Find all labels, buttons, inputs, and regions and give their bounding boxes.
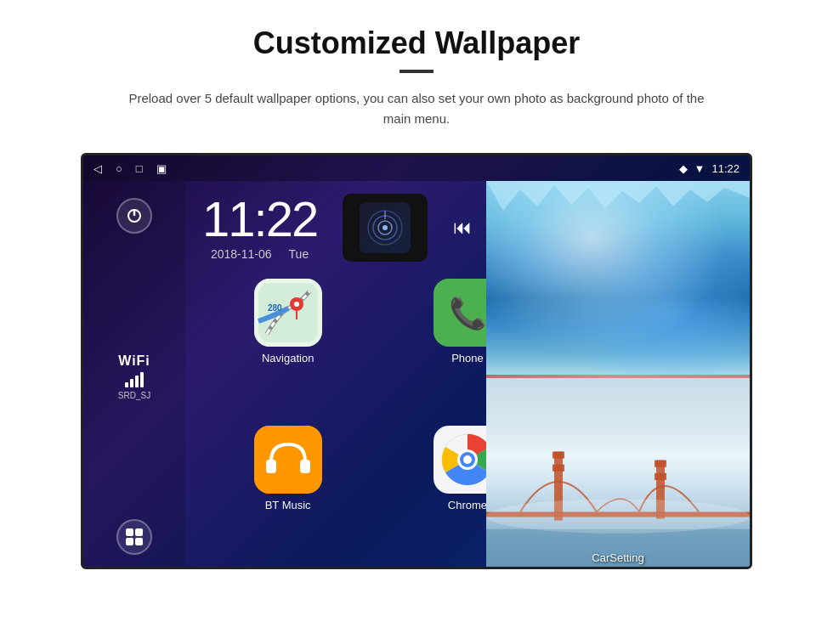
svg-point-26 <box>463 455 472 464</box>
bt-music-label: BT Music <box>265 499 311 511</box>
title-divider <box>400 70 434 73</box>
prev-track-button[interactable]: ⏮ <box>453 217 472 239</box>
apps-button[interactable] <box>116 519 152 555</box>
clock-day-value: Tue <box>289 247 309 261</box>
status-time: 11:22 <box>711 162 740 175</box>
status-left-icons: ◁ ○ □ ▣ <box>94 162 167 175</box>
screen-content: WiFi SRD_SJ <box>83 181 750 569</box>
recent-icon[interactable]: □ <box>136 162 143 175</box>
status-bar: ◁ ○ □ ▣ ◆ ▼ 11:22 <box>83 155 750 181</box>
svg-rect-37 <box>552 451 564 458</box>
carsetting-area: CarSetting <box>486 550 750 565</box>
clock-block: 11:22 2018-11-06 Tue <box>202 195 317 261</box>
wallpaper-previews: CarSetting <box>486 181 750 569</box>
power-icon <box>126 207 143 224</box>
wifi-widget: WiFi SRD_SJ <box>118 353 150 400</box>
wifi-bar-2 <box>130 379 133 387</box>
device-container: ◁ ○ □ ▣ ◆ ▼ 11:22 <box>51 153 782 569</box>
wifi-bar-3 <box>135 376 139 387</box>
stalactites-svg <box>486 181 750 215</box>
svg-text:280: 280 <box>268 303 282 313</box>
page-container: Customized Wallpaper Preload over 5 defa… <box>0 0 833 586</box>
wallpaper-ice <box>486 181 750 375</box>
svg-text:📞: 📞 <box>448 295 486 331</box>
navigation-label: Navigation <box>262 352 314 364</box>
power-button[interactable] <box>116 198 152 234</box>
app-item-bt-music[interactable]: ℬ BT Music <box>202 426 373 564</box>
phone-label: Phone <box>451 352 484 364</box>
bridge-svg <box>486 417 750 569</box>
navigation-icon: 280 <box>254 279 322 347</box>
clock-time: 11:22 <box>202 195 317 244</box>
screenshot-icon[interactable]: ▣ <box>156 162 167 175</box>
svg-point-11 <box>294 302 299 307</box>
sidebar: WiFi SRD_SJ <box>83 181 185 569</box>
svg-rect-41 <box>654 472 666 479</box>
wifi-bar-4 <box>140 372 144 387</box>
radio-widget[interactable] <box>343 194 428 262</box>
android-screen: ◁ ○ □ ▣ ◆ ▼ 11:22 <box>81 153 752 569</box>
clock-date: 2018-11-06 Tue <box>202 247 317 261</box>
grid-icon <box>126 528 143 545</box>
wifi-bars <box>118 372 150 387</box>
radio-icon <box>360 202 411 253</box>
chrome-label: Chrome <box>448 499 487 511</box>
wifi-icon: ▼ <box>694 162 706 175</box>
radio-svg <box>364 206 406 249</box>
svg-rect-40 <box>654 460 666 466</box>
page-subtitle: Preload over 5 default wallpaper options… <box>119 88 714 129</box>
page-title: Customized Wallpaper <box>51 25 782 61</box>
clock-date-value: 2018-11-06 <box>211 247 272 261</box>
bt-music-icon: ℬ <box>254 426 322 494</box>
home-icon[interactable]: ○ <box>116 162 122 175</box>
svg-rect-19 <box>266 460 276 473</box>
wallpaper-bridge: CarSetting <box>486 378 750 569</box>
status-right-icons: ◆ ▼ 11:22 <box>679 162 740 175</box>
svg-rect-38 <box>552 464 564 471</box>
app-item-navigation[interactable]: 280 Navigation <box>202 279 373 417</box>
svg-point-5 <box>382 225 388 230</box>
svg-text:ℬ: ℬ <box>282 453 294 470</box>
wifi-label: WiFi <box>118 353 150 369</box>
bt-svg: ℬ <box>254 426 322 494</box>
navigation-svg: 280 <box>254 279 322 347</box>
svg-point-42 <box>486 499 750 534</box>
svg-rect-20 <box>300 460 310 473</box>
carsetting-label: CarSetting <box>592 551 643 564</box>
wifi-bar-1 <box>125 382 128 387</box>
wifi-ssid: SRD_SJ <box>118 391 150 400</box>
back-icon[interactable]: ◁ <box>94 162 102 175</box>
location-icon: ◆ <box>679 162 688 175</box>
